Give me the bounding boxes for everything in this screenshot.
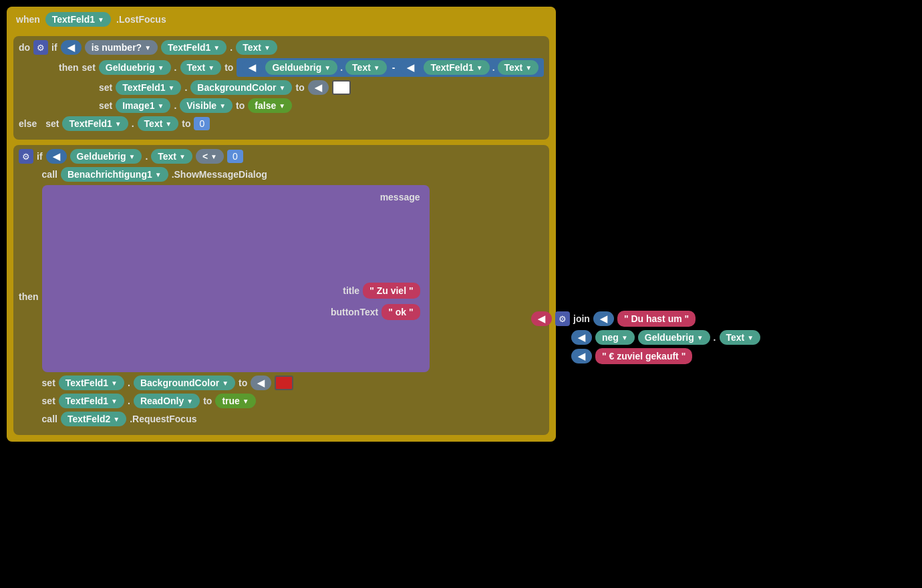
if-row-2: ⚙ if ◀ Gelduebrig . Text < 0 [19, 149, 544, 164]
set-readonly-row: set TextFeld1 . ReadOnly to true [42, 394, 430, 408]
else-row: else set TextFeld1 . Text to 0 [19, 116, 544, 131]
title-label: title [343, 285, 359, 296]
gelduebrig-block1[interactable]: Gelduebrig [99, 60, 171, 75]
button-value: " ok " [381, 304, 420, 320]
text-block4[interactable]: Text [498, 60, 539, 75]
showmsg-label: .ShowMessageDialog [172, 169, 267, 180]
title-row: title " Zu viel " [51, 283, 420, 299]
call-label-2: call [42, 414, 57, 424]
then-label-1: then [59, 62, 79, 73]
main-block-container: when TextFeld1 .LostFocus do ⚙ if ◀ is n… [7, 7, 556, 442]
textfeld2-block[interactable]: TextFeld2 [61, 412, 126, 426]
if2-zero: 0 [227, 150, 243, 163]
message-label: message [380, 192, 420, 202]
less-than-op[interactable]: < [196, 149, 224, 164]
gelduebrig-block3[interactable]: Gelduebrig [70, 149, 142, 164]
to-label-6: to [203, 396, 212, 406]
dot-6: . [174, 100, 176, 111]
text-join-block[interactable]: Text [720, 330, 761, 345]
false-block[interactable]: false [248, 98, 292, 113]
color-connector-2: ◀ [251, 376, 271, 390]
dot-1: . [230, 42, 233, 53]
show-message-dialog-block: message title " Zu viel " buttonText " o… [42, 185, 430, 372]
textfeld1-block4[interactable]: TextFeld1 [62, 116, 128, 131]
when-label: when [16, 14, 40, 25]
dot-4: . [492, 62, 495, 73]
call-label-1: call [42, 169, 57, 180]
text-block5[interactable]: Text [138, 116, 179, 131]
textfeld1-block6[interactable]: TextFeld1 [59, 394, 124, 408]
textfeld1-block3[interactable]: TextFeld1 [116, 80, 181, 95]
do-label: do [19, 42, 30, 53]
then-row-2: set TextFeld1 . BackgroundColor to ◀ [99, 80, 544, 95]
textfeld1-block1[interactable]: TextFeld1 [161, 40, 226, 55]
dot-3: . [340, 62, 343, 73]
set-label-4: set [45, 118, 59, 129]
benachrichtigung-block[interactable]: Benachrichtigung1 [61, 167, 168, 182]
else-label: else [19, 118, 37, 129]
bgcolor-block2[interactable]: BackgroundColor [134, 376, 235, 390]
gear-icon-2[interactable]: ⚙ [19, 149, 33, 164]
join-neg-row: ◀ neg Gelduebrig . Text [571, 330, 760, 345]
to-label-5: to [239, 378, 247, 388]
lostfocus-label: .LostFocus [116, 14, 166, 25]
gear-icon-join[interactable]: ⚙ [555, 311, 570, 326]
then-row-3: set Image1 . Visible to false [99, 98, 544, 113]
dot-2: . [174, 62, 177, 73]
when-header: when TextFeld1 .LostFocus [7, 7, 556, 32]
gear-icon-1[interactable]: ⚙ [33, 40, 48, 55]
str2-connector: ◀ [571, 349, 592, 363]
visible-block[interactable]: Visible [180, 98, 233, 113]
text-block1[interactable]: Text [236, 40, 277, 55]
neg-connector: ◀ [571, 330, 592, 345]
dot-7: . [132, 118, 134, 129]
minus-op: - [390, 62, 398, 73]
if-row-1: do ⚙ if ◀ is number? TextFeld1 . Text [19, 40, 544, 55]
red-color-swatch[interactable] [275, 376, 293, 390]
join-label: join [573, 313, 590, 324]
to-label-1: to [224, 62, 233, 73]
text-block3[interactable]: Text [345, 60, 387, 75]
join-str2: " € zuviel gekauft " [595, 348, 692, 364]
if-label-1: if [51, 42, 57, 53]
text-block6[interactable]: Text [151, 149, 192, 164]
gelduebrig-join-block[interactable]: Gelduebrig [638, 330, 710, 345]
textfeld1-block2[interactable]: TextFeld1 [424, 60, 489, 75]
set-bgcolor-red-row: set TextFeld1 . BackgroundColor to ◀ [42, 376, 430, 390]
dot-8: . [145, 151, 148, 162]
bgcolor-block1[interactable]: BackgroundColor [190, 80, 292, 95]
join-main-row: ◀ ⚙ join ◀ " Du hast um " [531, 311, 760, 327]
white-color-swatch[interactable] [332, 80, 351, 95]
then-label-2: then [19, 291, 39, 302]
readonly-block[interactable]: ReadOnly [134, 394, 200, 408]
color-connector-1: ◀ [308, 80, 329, 95]
textfeld1-trigger[interactable]: TextFeld1 [45, 12, 111, 27]
neg-block[interactable]: neg [595, 330, 635, 345]
join-connector: ◀ [531, 311, 552, 326]
if-container-2: ⚙ if ◀ Gelduebrig . Text < 0 [13, 145, 549, 435]
button-text-label: buttonText [331, 307, 378, 317]
message-row: message [51, 192, 420, 202]
set-label-2: set [99, 82, 112, 93]
is-number-connector: ◀ [61, 40, 82, 55]
to-label-4: to [182, 118, 190, 129]
dot-5: . [184, 82, 187, 93]
do-section: do ⚙ if ◀ is number? TextFeld1 . Text [7, 32, 556, 442]
title-value: " Zu viel " [363, 283, 420, 299]
minus-right-connector: ◀ [400, 60, 421, 75]
if2-connector: ◀ [46, 149, 67, 164]
minus-left-connector: ◀ [242, 60, 263, 75]
textfeld1-block5[interactable]: TextFeld1 [59, 376, 124, 390]
image1-block[interactable]: Image1 [116, 98, 170, 113]
if-container-1: do ⚙ if ◀ is number? TextFeld1 . Text [13, 36, 549, 140]
set-label-6: set [42, 396, 55, 406]
to-label-2: to [295, 82, 304, 93]
is-number-block[interactable]: is number? [85, 40, 158, 55]
button-text-row: buttonText " ok " [51, 304, 420, 320]
then-row-1: then set Gelduebrig . Text to ◀ Gelduebr… [59, 58, 544, 77]
gelduebrig-block2[interactable]: Gelduebrig [265, 60, 337, 75]
call-row-1: call Benachrichtigung1 .ShowMessageDialo… [42, 167, 430, 182]
text-block2[interactable]: Text [180, 60, 222, 75]
if-label-2: if [37, 151, 43, 162]
true-block[interactable]: true [215, 394, 255, 408]
